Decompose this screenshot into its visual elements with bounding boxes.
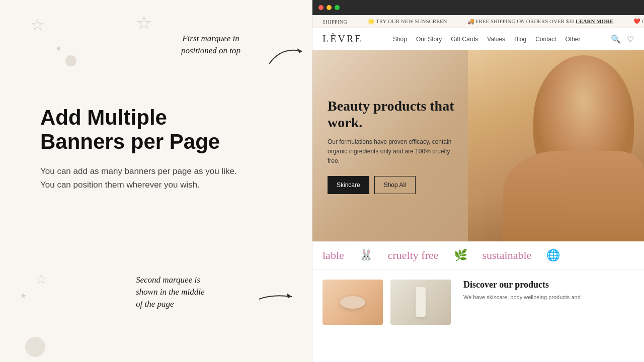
banner-item-shipping: SHIPPING [323,18,348,25]
hero-buttons: Skincare Shop All [328,176,458,194]
page-title: Add Multiple Banners per Page [40,106,242,154]
nav-icons: 🔍 ♡ [611,34,634,44]
marquee-item-lable: lable [323,249,344,262]
navbar: LÈVRE Shop Our Story Gift Cards Values B… [312,28,644,50]
banner-item-free-shipping: 🚚 FREE SHIPPING ON ORDERS OVER $30 LEARN… [467,18,614,25]
globe-icon: 🌐 [546,249,560,262]
bunny-icon: 🐰 [359,249,373,262]
annotation-first-marquee-text: First marquee in positioned on top [181,33,240,57]
decorative-circle-2 [25,337,45,357]
marquee-item-sustainable: sustainable [482,249,532,262]
hero-body-shape [503,151,644,241]
product-card-2 [390,280,451,325]
hero-section: Beauty products that work. Our formulati… [312,50,644,241]
product-card-1 [323,280,383,325]
browser-maximize-dot [335,5,340,10]
nav-shop[interactable]: Shop [393,36,407,43]
nav-values[interactable]: Values [487,36,505,43]
product-cream-shape [340,296,365,309]
middle-marquee-banner: lable 🐰 cruelty free 🌿 sustainable 🌐 [312,241,644,269]
hero-subtitle: Our formulations have proven efficacy, c… [328,137,458,166]
top-marquee-banner: SHIPPING 🌟 TRY OUR NEW SUNSCREEN 🚚 FREE … [312,15,644,28]
decorative-star-2: ☆ [136,13,152,34]
browser-window: SHIPPING 🌟 TRY OUR NEW SUNSCREEN 🚚 FREE … [312,0,644,362]
annotation-first-marquee: First marquee in positioned on top [181,33,240,57]
wishlist-icon[interactable]: ♡ [627,34,634,44]
marquee-item-leaf: 🌿 [454,249,467,262]
arrow-1 [267,41,307,71]
svg-marker-1 [287,293,292,298]
nav-links: Shop Our Story Gift Cards Values Blog Co… [393,36,581,43]
banner-discount-text: ❤️ GET 20% OFF FOR FIRST ORDER WITH CODE [633,18,644,25]
shop-all-button[interactable]: Shop All [374,176,416,194]
banner-shipping-text: SHIPPING [323,19,348,25]
decorative-star-4: ☆ [35,272,47,287]
page-description: You can add as many banners per page as … [40,164,242,192]
annotation-second-marquee: Second marquee is shown in the middle of… [136,274,204,310]
marquee-lable-text: lable [323,249,344,262]
marquee-item-bunny: 🐰 [359,249,373,262]
learn-more-link[interactable]: LEARN MORE [576,18,613,24]
main-heading-section: Add Multiple Banners per Page You can ad… [40,106,242,192]
hero-content: Beauty products that work. Our formulati… [312,77,473,215]
banner-item-sunscreen: 🌟 TRY OUR NEW SUNSCREEN [368,18,447,25]
browser-chrome [312,0,644,15]
decorative-star-5: ★ [20,292,27,300]
skincare-button[interactable]: Skincare [328,176,369,194]
banner-sunscreen-text: 🌟 TRY OUR NEW SUNSCREEN [368,18,447,25]
nav-our-story[interactable]: Our Story [416,36,442,43]
nav-contact[interactable]: Contact [535,36,556,43]
product-bottle-shape [416,287,426,317]
marquee-content: lable 🐰 cruelty free 🌿 sustainable 🌐 [312,249,570,262]
products-section: Discover our products We have skincare, … [312,269,644,325]
products-title: Discover our products [463,280,629,290]
marquee-item-cruelty-free: cruelty free [388,249,439,262]
decorative-star-3: ★ [55,44,62,53]
banner-inner: SHIPPING 🌟 TRY OUR NEW SUNSCREEN 🚚 FREE … [312,18,644,25]
search-icon[interactable]: 🔍 [611,34,621,44]
nav-gift-cards[interactable]: Gift Cards [451,36,478,43]
banner-free-shipping-text: 🚚 FREE SHIPPING ON ORDERS OVER $30 LEARN… [467,18,614,25]
arrow-2 [257,282,297,312]
marquee-item-globe: 🌐 [546,249,560,262]
left-panel: ☆ ☆ ★ ☆ ★ First marquee in positioned on… [0,0,312,362]
hero-title: Beauty products that work. [328,98,458,131]
decorative-star-1: ☆ [30,15,45,34]
decorative-circle-1 [65,55,76,66]
sustainable-text: sustainable [482,249,532,262]
products-subtitle: We have skincare, body wellbeing product… [463,293,629,302]
nav-other[interactable]: Other [566,36,581,43]
products-text: Discover our products We have skincare, … [458,280,634,325]
browser-close-dot [318,5,324,10]
nav-blog[interactable]: Blog [514,36,526,43]
nav-logo[interactable]: LÈVRE [323,33,362,45]
cruelty-free-text: cruelty free [388,249,439,262]
browser-minimize-dot [327,5,332,10]
annotation-second-marquee-text: Second marquee is shown in the middle of… [136,274,204,310]
banner-item-discount: ❤️ GET 20% OFF FOR FIRST ORDER WITH CODE [633,18,644,25]
leaf-icon: 🌿 [454,249,467,262]
